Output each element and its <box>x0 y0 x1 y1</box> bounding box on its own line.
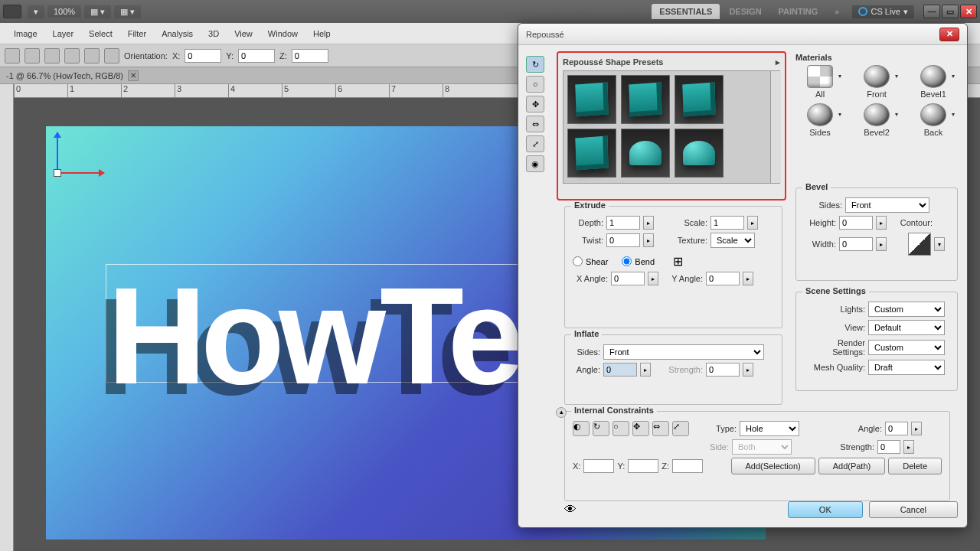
orientation-y-input[interactable] <box>238 49 275 63</box>
material-bevel2[interactable]: ▾Bevel2 <box>852 103 901 137</box>
orbit-tool-icon[interactable]: ◉ <box>526 155 544 172</box>
texture-select[interactable]: Scale <box>710 233 755 248</box>
layout-dropdown[interactable]: ▾ <box>28 5 44 18</box>
ic-tool5[interactable]: ⇔ <box>652 421 669 436</box>
orientation-z-input[interactable] <box>292 49 328 63</box>
preset-3[interactable] <box>675 75 724 124</box>
mesh-select[interactable]: Draft <box>868 360 945 375</box>
inflate-strength-stepper[interactable]: ▸ <box>743 363 753 377</box>
bevel-sides-select[interactable]: Front <box>845 197 929 213</box>
ic-tool6[interactable]: ⤢ <box>672 421 689 436</box>
tool-preset-icon[interactable] <box>5 48 20 64</box>
menu-3d[interactable]: 3D <box>201 26 227 41</box>
yangle-input[interactable] <box>706 272 740 285</box>
menu-analysis[interactable]: Analysis <box>154 26 201 41</box>
preset-5[interactable] <box>621 129 670 178</box>
rotate-tool-icon[interactable]: ↻ <box>526 56 544 73</box>
ic-strength-input[interactable] <box>877 440 900 454</box>
menu-image[interactable]: Image <box>6 26 45 41</box>
add-selection-button[interactable]: Add(Selection) <box>731 458 815 474</box>
3d-axis-gizmo[interactable] <box>50 134 51 172</box>
menu-select[interactable]: Select <box>81 26 120 41</box>
minimize-button[interactable]: — <box>923 5 940 18</box>
alignment-icon[interactable]: ⊞ <box>673 254 683 269</box>
menu-filter[interactable]: Filter <box>120 26 154 41</box>
close-app-button[interactable]: ✕ <box>960 5 977 18</box>
inflate-angle-input[interactable] <box>603 363 637 377</box>
shear-radio[interactable] <box>573 256 583 266</box>
arrange-dropdown[interactable]: ▦ ▾ <box>114 5 141 18</box>
render-select[interactable]: Custom <box>868 340 945 355</box>
xangle-stepper[interactable]: ▸ <box>648 272 658 285</box>
preset-2[interactable] <box>621 75 670 124</box>
app-logo[interactable] <box>3 5 21 18</box>
bend-radio[interactable] <box>622 256 632 266</box>
workspace-more[interactable]: » <box>827 4 847 19</box>
ic-type-select[interactable]: Hole <box>740 421 799 436</box>
view-select[interactable]: Default <box>868 320 945 335</box>
material-bevel1[interactable]: ▾Bevel1 <box>909 65 958 99</box>
scale-stepper[interactable]: ▸ <box>747 216 758 230</box>
ic-y-input[interactable] <box>628 459 658 473</box>
cancel-button[interactable]: Cancel <box>869 501 958 518</box>
scale-tool-icon[interactable]: ⤢ <box>526 135 544 152</box>
contour-dropdown[interactable]: ▾ <box>934 237 945 251</box>
workspace-design[interactable]: DESIGN <box>721 4 769 19</box>
pan-tool-icon[interactable]: ✥ <box>526 96 544 112</box>
ic-x-input[interactable] <box>583 459 614 473</box>
ic-angle-stepper[interactable]: ▸ <box>911 422 922 435</box>
material-sides[interactable]: ▾Sides <box>795 103 844 137</box>
twist-input[interactable] <box>606 233 640 247</box>
ok-button[interactable]: OK <box>788 501 863 518</box>
ic-strength-stepper[interactable]: ▸ <box>903 440 914 454</box>
tool-opt4-icon[interactable] <box>84 48 100 64</box>
menu-window[interactable]: Window <box>260 26 305 41</box>
screen-mode-dropdown[interactable]: ▦ ▾ <box>84 5 111 18</box>
material-front[interactable]: ▾Front <box>852 65 901 99</box>
restore-button[interactable]: ▭ <box>942 5 959 18</box>
close-dialog-icon[interactable]: ✕ <box>939 28 959 41</box>
scale-input[interactable] <box>710 216 744 230</box>
dialog-titlebar[interactable]: Repoussé ✕ <box>518 24 967 45</box>
workspace-essentials[interactable]: ESSENTIALS <box>652 4 720 19</box>
inflate-sides-select[interactable]: Front <box>603 344 764 360</box>
menu-view[interactable]: View <box>227 26 260 41</box>
ic-tool4[interactable]: ✥ <box>632 421 649 436</box>
add-path-button[interactable]: Add(Path) <box>818 458 886 474</box>
inflate-angle-stepper[interactable]: ▸ <box>640 363 651 377</box>
workspace-painting[interactable]: PAINTING <box>771 4 826 19</box>
depth-stepper[interactable]: ▸ <box>643 216 654 230</box>
tool-opt3-icon[interactable] <box>64 48 80 64</box>
orientation-x-input[interactable] <box>185 49 221 63</box>
3d-text-object[interactable]: HowTe <box>107 256 518 415</box>
preview-icon[interactable]: 👁 <box>564 503 577 517</box>
bevel-width-stepper[interactable]: ▸ <box>876 237 887 251</box>
preset-1[interactable] <box>567 75 616 124</box>
contour-picker[interactable] <box>908 233 931 256</box>
document-tab[interactable]: -1 @ 66.7% (HowTech, RGB/8) <box>6 71 123 80</box>
ic-tool1[interactable]: ◐ <box>573 421 590 436</box>
collapse-icon[interactable]: ▴ <box>556 407 567 418</box>
bevel-width-input[interactable] <box>839 237 873 251</box>
inflate-strength-input[interactable] <box>706 363 740 377</box>
twist-stepper[interactable]: ▸ <box>643 233 654 247</box>
ic-tool3[interactable]: ○ <box>612 421 629 436</box>
lights-select[interactable]: Custom <box>868 302 945 317</box>
menu-help[interactable]: Help <box>305 26 338 41</box>
ic-angle-input[interactable] <box>885 422 908 435</box>
depth-input[interactable] <box>606 216 640 230</box>
slide-tool-icon[interactable]: ⇔ <box>526 116 544 132</box>
material-all[interactable]: ▾All <box>795 65 844 99</box>
presets-scrollbar[interactable] <box>770 71 781 183</box>
presets-flyout-icon[interactable]: ▸ <box>776 57 780 67</box>
bevel-height-stepper[interactable]: ▸ <box>876 216 887 230</box>
yangle-stepper[interactable]: ▸ <box>743 272 753 285</box>
menu-layer[interactable]: Layer <box>45 26 82 41</box>
ic-z-input[interactable] <box>672 459 703 473</box>
ic-tool2[interactable]: ↻ <box>593 421 609 436</box>
tool-opt1-icon[interactable] <box>24 48 40 64</box>
delete-constraint-button[interactable]: Delete <box>888 458 942 474</box>
close-doc-icon[interactable]: ✕ <box>128 70 139 81</box>
xangle-input[interactable] <box>611 272 645 285</box>
tool-opt5-icon[interactable] <box>104 48 119 64</box>
